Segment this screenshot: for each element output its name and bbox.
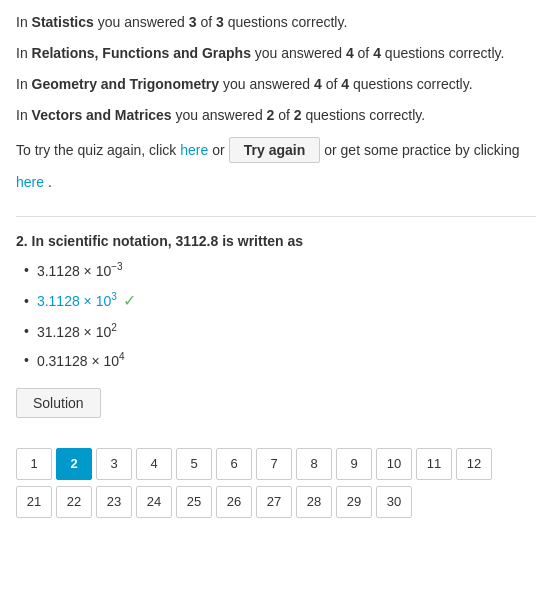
pagination: 1 2 3 4 5 6 7 8 9 10 11 12 21 22 23 24 2… <box>16 448 536 518</box>
option-2: 3.1128 × 103 ✓ <box>24 288 536 314</box>
page-btn-7[interactable]: 7 <box>256 448 292 480</box>
try-again-text1: To try the quiz again, click <box>16 136 176 164</box>
total-4: 2 <box>294 107 302 123</box>
option-3-exp: 2 <box>111 322 117 333</box>
pagination-row-1: 1 2 3 4 5 6 7 8 9 10 11 12 <box>16 448 536 480</box>
option-2-exp: 3 <box>111 291 117 302</box>
page-btn-23[interactable]: 23 <box>96 486 132 518</box>
subject-2: Relations, Functions and Graphs <box>32 45 251 61</box>
option-3: 31.128 × 102 <box>24 320 536 343</box>
answered-4: 2 <box>267 107 275 123</box>
page-btn-25[interactable]: 25 <box>176 486 212 518</box>
page-btn-9[interactable]: 9 <box>336 448 372 480</box>
page-btn-24[interactable]: 24 <box>136 486 172 518</box>
page-btn-11[interactable]: 11 <box>416 448 452 480</box>
stat-line-1: In Statistics you answered 3 of 3 questi… <box>16 12 536 33</box>
option-4: 0.31128 × 104 <box>24 349 536 372</box>
subject-4: Vectors and Matrices <box>32 107 172 123</box>
stat-line-2: In Relations, Functions and Graphs you a… <box>16 43 536 64</box>
page-btn-22[interactable]: 22 <box>56 486 92 518</box>
try-again-section: To try the quiz again, click here or Try… <box>16 136 536 196</box>
subject-1: Statistics <box>32 14 94 30</box>
page-btn-28[interactable]: 28 <box>296 486 332 518</box>
option-1: 3.1128 × 10−3 <box>24 259 536 282</box>
stat-line-3: In Geometry and Trigonometry you answere… <box>16 74 536 95</box>
question-number: 2. <box>16 233 28 249</box>
option-4-text: 0.31128 × 104 <box>37 349 125 372</box>
options-list: 3.1128 × 10−3 3.1128 × 103 ✓ 31.128 × 10… <box>16 259 536 372</box>
page-btn-8[interactable]: 8 <box>296 448 332 480</box>
page-btn-3[interactable]: 3 <box>96 448 132 480</box>
here-link-1[interactable]: here <box>180 136 208 164</box>
page-btn-27[interactable]: 27 <box>256 486 292 518</box>
stat-line-4: In Vectors and Matrices you answered 2 o… <box>16 105 536 126</box>
option-4-exp: 4 <box>119 351 125 362</box>
option-3-text: 31.128 × 102 <box>37 320 117 343</box>
page-btn-1[interactable]: 1 <box>16 448 52 480</box>
option-1-exp: −3 <box>111 261 122 272</box>
correct-checkmark: ✓ <box>123 288 136 314</box>
try-again-button[interactable]: Try again <box>229 137 320 163</box>
page-btn-2[interactable]: 2 <box>56 448 92 480</box>
total-2: 4 <box>373 45 381 61</box>
solution-button[interactable]: Solution <box>16 388 101 418</box>
page-btn-10[interactable]: 10 <box>376 448 412 480</box>
subject-3: Geometry and Trigonometry <box>32 76 219 92</box>
here-link-2[interactable]: here <box>16 168 44 196</box>
period: . <box>48 168 52 196</box>
pagination-row-2: 21 22 23 24 25 26 27 28 29 30 <box>16 486 536 518</box>
or2-text: or get some practice by clicking <box>324 136 519 164</box>
page-btn-21[interactable]: 21 <box>16 486 52 518</box>
page-btn-29[interactable]: 29 <box>336 486 372 518</box>
answered-3: 4 <box>314 76 322 92</box>
page-btn-30[interactable]: 30 <box>376 486 412 518</box>
or1-text: or <box>212 136 224 164</box>
answered-1: 3 <box>189 14 197 30</box>
page-btn-4[interactable]: 4 <box>136 448 172 480</box>
question-text: In scientific notation, 3112.8 is writte… <box>32 233 304 249</box>
question-title: 2. In scientific notation, 3112.8 is wri… <box>16 233 536 249</box>
total-1: 3 <box>216 14 224 30</box>
stats-section: In Statistics you answered 3 of 3 questi… <box>16 12 536 126</box>
total-3: 4 <box>341 76 349 92</box>
page-btn-5[interactable]: 5 <box>176 448 212 480</box>
answered-2: 4 <box>346 45 354 61</box>
option-2-text: 3.1128 × 103 <box>37 289 117 312</box>
page-btn-26[interactable]: 26 <box>216 486 252 518</box>
page-btn-12[interactable]: 12 <box>456 448 492 480</box>
page-btn-6[interactable]: 6 <box>216 448 252 480</box>
option-1-text: 3.1128 × 10−3 <box>37 259 123 282</box>
question-section: 2. In scientific notation, 3112.8 is wri… <box>16 216 536 438</box>
